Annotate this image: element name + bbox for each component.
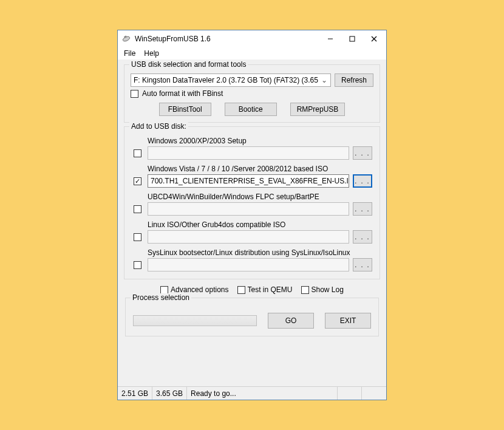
process-group: Process selection GO EXIT — [125, 298, 379, 336]
refresh-button[interactable]: Refresh — [335, 73, 373, 87]
row-checkbox[interactable] — [134, 149, 141, 157]
minimize-button[interactable] — [319, 32, 341, 46]
showlog-checkbox[interactable] — [301, 286, 309, 294]
add-to-usb-group: Add to USB disk: Windows 2000/XP/2003 Se… — [124, 126, 380, 279]
status-size-1: 2.51 GB — [118, 387, 152, 400]
status-spacer-1 — [338, 387, 362, 400]
disk-group-legend: USB disk selection and format tools — [129, 60, 248, 69]
row-label: Windows Vista / 7 / 8 / 10 /Server 2008/… — [148, 165, 373, 173]
status-message: Ready to go... — [187, 387, 338, 400]
add-row-vista: Windows Vista / 7 / 8 / 10 /Server 2008/… — [131, 165, 373, 188]
add-row-win2000: Windows 2000/XP/2003 Setup . . . — [131, 137, 373, 160]
add-row-linux-iso: Linux ISO/Other Grub4dos compatible ISO … — [131, 220, 373, 244]
row-path[interactable] — [148, 146, 349, 160]
disk-selection-group: USB disk selection and format tools F: K… — [124, 64, 380, 123]
client-area: USB disk selection and format tools F: K… — [118, 60, 386, 386]
menu-file[interactable]: File — [120, 48, 139, 59]
disk-combo-value: F: Kingston DataTraveler 2.0 (3.72 GB To… — [134, 76, 319, 84]
qemu-label: Test in QEMU — [248, 285, 293, 294]
bootice-button[interactable]: Bootice — [225, 103, 277, 116]
row-checkbox[interactable] — [134, 205, 141, 213]
row-checkbox[interactable] — [134, 233, 141, 241]
menu-help[interactable]: Help — [140, 48, 163, 59]
close-button[interactable] — [363, 32, 385, 46]
title-bar: WinSetupFromUSB 1.6 — [118, 30, 386, 47]
advanced-label: Advanced options — [171, 285, 228, 294]
add-row-ubcd: UBCD4Win/WinBuilder/Windows FLPC setup/B… — [131, 193, 373, 216]
row-checkbox[interactable] — [134, 177, 141, 185]
browse-button[interactable]: . . . — [353, 146, 372, 160]
row-checkbox[interactable] — [134, 261, 141, 269]
svg-rect-3 — [350, 36, 355, 41]
row-path[interactable]: 700.TH1_CLIENTENTERPRISE_S_EVAL_X86FRE_E… — [148, 174, 349, 188]
disk-combo[interactable]: F: Kingston DataTraveler 2.0 (3.72 GB To… — [131, 73, 331, 87]
row-path[interactable] — [148, 258, 349, 271]
exit-button[interactable]: EXIT — [325, 313, 371, 329]
status-size-2: 3.65 GB — [152, 387, 187, 400]
status-bar: 2.51 GB 3.65 GB Ready to go... — [118, 386, 386, 400]
browse-button[interactable]: . . . — [353, 202, 372, 216]
window-title: WinSetupFromUSB 1.6 — [135, 35, 319, 43]
browse-button[interactable]: . . . — [353, 174, 372, 188]
qemu-checkbox[interactable] — [237, 286, 245, 294]
progress-bar — [133, 315, 257, 326]
auto-format-checkbox[interactable] — [131, 90, 138, 98]
row-path[interactable] — [148, 230, 349, 244]
rmprep-button[interactable]: RMPrepUSB — [290, 103, 346, 116]
add-group-legend: Add to USB disk: — [129, 122, 188, 131]
showlog-label: Show Log — [312, 285, 344, 294]
row-label: UBCD4Win/WinBuilder/Windows FLPC setup/B… — [148, 193, 373, 201]
fbinst-button[interactable]: FBinstTool — [159, 103, 211, 116]
row-label: SysLinux bootsector/Linux distribution u… — [148, 248, 373, 257]
add-row-syslinux: SysLinux bootsector/Linux distribution u… — [131, 248, 373, 271]
usb-app-icon — [121, 34, 131, 44]
row-label: Linux ISO/Other Grub4dos compatible ISO — [148, 220, 373, 229]
browse-button[interactable]: . . . — [353, 258, 372, 271]
row-path[interactable] — [148, 202, 349, 216]
status-spacer-2 — [362, 387, 386, 400]
browse-button[interactable]: . . . — [353, 230, 372, 244]
auto-format-label: Auto format it with FBinst — [142, 89, 223, 98]
maximize-button[interactable] — [341, 32, 363, 46]
process-legend: Process selection — [131, 293, 191, 302]
lower-area: Advanced options Test in QEMU Show Log P… — [124, 283, 380, 336]
row-label: Windows 2000/XP/2003 Setup — [148, 137, 373, 145]
advanced-checkbox[interactable] — [160, 286, 168, 294]
go-button[interactable]: GO — [268, 313, 314, 329]
menu-bar: File Help — [118, 47, 386, 60]
chevron-down-icon: ⌄ — [319, 76, 329, 84]
app-window: WinSetupFromUSB 1.6 File Help USB disk s… — [117, 30, 387, 400]
